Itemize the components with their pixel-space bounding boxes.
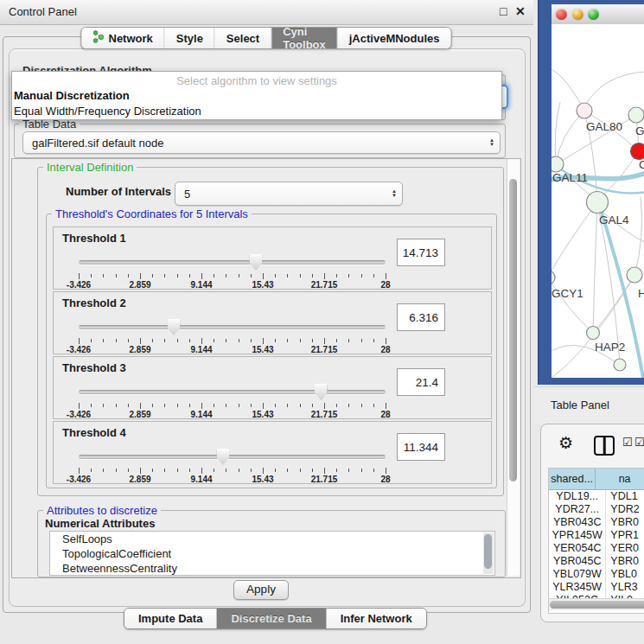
column-header-shared[interactable]: shared... <box>549 469 596 489</box>
slider-tick <box>189 274 190 277</box>
threshold-1-slider[interactable]: -3.426 2.859 9.144 15.43 21.715 28 <box>79 253 386 288</box>
network-window-titlebar[interactable] <box>552 4 644 25</box>
threshold-2-value-field[interactable]: 6.316 <box>397 303 445 331</box>
tab-jactivemnodules[interactable]: jActiveMNodules <box>338 28 451 48</box>
table-row[interactable]: YER054CYER0 <box>549 542 644 555</box>
slider-ticks <box>79 402 386 409</box>
slider-tick <box>214 339 214 342</box>
checkbox-checked-icon[interactable]: ☑ <box>622 436 633 449</box>
table-row[interactable]: YBL079WYBL0 <box>549 568 644 581</box>
table-row[interactable]: YLR345WYLR3 <box>549 581 644 594</box>
number-of-intervals-combobox[interactable]: 5 ▲▼ <box>175 182 403 206</box>
algorithm-option-equal-width[interactable]: Equal Width/Frequency Discretization <box>12 104 501 119</box>
node-hap2[interactable] <box>587 327 600 340</box>
threshold-3-slider[interactable]: -3.426 2.859 9.144 15.43 21.715 28 <box>79 383 386 418</box>
tab-style[interactable]: Style <box>165 28 215 48</box>
checkbox-checked-icon[interactable]: ☑ <box>634 436 644 449</box>
tab-discretize-data[interactable]: Discretize Data <box>217 609 326 628</box>
slider-tick <box>226 469 226 472</box>
threshold-4-slider[interactable]: -3.426 2.859 9.144 15.43 21.715 28 <box>79 448 386 482</box>
vertical-scrollbar-thumb[interactable] <box>509 179 517 481</box>
slider-tick <box>251 339 252 342</box>
slider-tick <box>324 468 325 474</box>
threshold-3-value-field[interactable]: 21.4 <box>397 368 445 396</box>
slider-tick <box>103 339 104 342</box>
node-gal11[interactable] <box>552 156 564 172</box>
tab-network[interactable]: Network <box>81 28 164 48</box>
table-data-combobox[interactable]: galFiltered.sif default node ▲▼ <box>22 131 501 154</box>
table-row[interactable]: YDR27...YDR2 <box>549 503 644 516</box>
node-gcy1[interactable] <box>552 271 555 284</box>
slider-tick <box>189 404 190 407</box>
column-header-name[interactable]: na <box>596 469 644 489</box>
slider-handle[interactable] <box>168 319 181 335</box>
list-scrollbar-thumb[interactable] <box>484 534 492 569</box>
slider-handle[interactable] <box>216 449 229 465</box>
slider-tick <box>128 404 129 407</box>
zoom-traffic-light-icon[interactable] <box>588 9 599 20</box>
slider-tick <box>336 404 337 407</box>
slider-tick <box>275 274 276 277</box>
list-item[interactable]: BetweennessCentrality <box>50 561 494 576</box>
slider-tick <box>263 273 264 279</box>
algorithm-hint-item[interactable]: Select algorithm to view settings <box>12 72 501 88</box>
minimize-traffic-light-icon[interactable] <box>572 9 583 20</box>
table-row[interactable]: YPR145WYPR1 <box>549 529 644 542</box>
node-gal80[interactable] <box>577 103 592 118</box>
close-traffic-light-icon[interactable] <box>556 9 567 20</box>
list-item[interactable]: SelfLoops <box>50 532 494 546</box>
slider-tick <box>189 339 190 342</box>
node-gal4[interactable] <box>587 192 609 214</box>
tab-cyni-toolbox[interactable]: Cyni Toolbox <box>271 28 338 48</box>
table-row[interactable]: YDL19...YDL1 <box>549 490 644 503</box>
slider-tick <box>91 274 92 277</box>
slider-handle[interactable] <box>315 384 328 400</box>
split-table-icon[interactable] <box>594 436 615 456</box>
slider-handle[interactable] <box>249 254 262 271</box>
gear-icon[interactable]: ⚙ <box>558 435 573 452</box>
table-row[interactable]: YBR045CYBR0 <box>549 555 644 568</box>
slider-tick <box>239 404 239 407</box>
tab-impute-data[interactable]: Impute Data <box>124 609 217 628</box>
node-label: C <box>639 158 644 171</box>
node-red-selected[interactable] <box>631 143 644 160</box>
algorithm-option-manual[interactable]: Manual Discretization <box>12 88 501 104</box>
node-bottom[interactable] <box>614 359 626 371</box>
control-panel-titlebar: Control Panel □ ✕ <box>0 0 533 25</box>
slider-tick <box>116 274 117 277</box>
slider-ticks <box>79 272 386 279</box>
horizontal-scrollbar-thumb[interactable] <box>550 601 644 609</box>
slider-rail[interactable] <box>79 325 386 329</box>
tab-infer-network[interactable]: Infer Network <box>327 609 426 628</box>
slider-tick <box>140 403 141 409</box>
threshold-2-slider[interactable]: -3.426 2.859 9.144 15.43 21.715 28 <box>79 318 386 353</box>
slider-tick <box>116 404 117 407</box>
slider-tick <box>348 274 349 277</box>
threshold-1-value-field[interactable]: 14.713 <box>397 239 445 266</box>
node-ga[interactable] <box>628 107 644 123</box>
slider-tick <box>177 274 178 277</box>
slider-tick <box>152 469 153 472</box>
apply-button[interactable]: Apply <box>233 580 289 600</box>
node-label: GA <box>635 124 644 137</box>
horizontal-scrollbar[interactable] <box>549 598 644 610</box>
list-scrollbar[interactable] <box>483 532 494 574</box>
slider-rail[interactable] <box>79 260 386 265</box>
slider-tick <box>300 404 301 407</box>
table-rows: YDL19...YDL1 YDR27...YDR2 YBR043CYBR0 YP… <box>549 490 644 607</box>
threshold-4-value-field[interactable]: 11.344 <box>397 433 445 461</box>
table-row[interactable]: YBR043CYBR0 <box>549 516 644 529</box>
float-window-icon[interactable]: □ <box>500 4 507 18</box>
numerical-attributes-list[interactable]: SelfLoops TopologicalCoefficient Between… <box>49 531 495 576</box>
vertical-scrollbar[interactable] <box>507 159 520 576</box>
close-icon[interactable]: ✕ <box>515 4 526 18</box>
tab-select-label: Select <box>226 32 259 45</box>
node-h[interactable] <box>627 267 642 283</box>
node-attribute-table[interactable]: shared... na YDL19...YDL1 YDR27...YDR2 Y… <box>548 468 644 614</box>
slider-tick <box>177 404 178 407</box>
slider-rail[interactable] <box>79 390 386 394</box>
network-canvas[interactable]: GAL80 GA C GAL11 GAL4 GCY1 H HAP2 <box>552 24 644 378</box>
list-item[interactable]: TopologicalCoefficient <box>50 546 494 561</box>
slider-rail[interactable] <box>79 455 386 459</box>
tab-select[interactable]: Select <box>215 28 271 48</box>
